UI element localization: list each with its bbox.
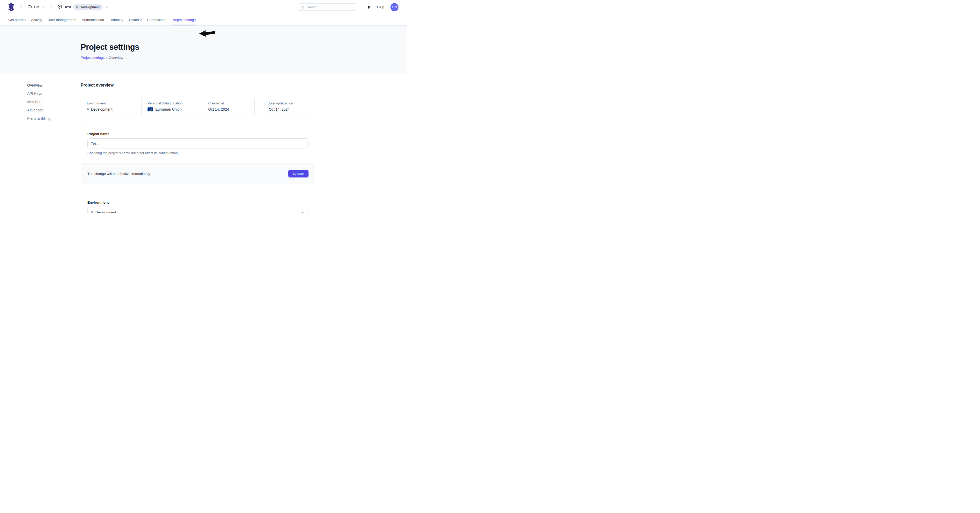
- folder-icon: [27, 5, 32, 10]
- project-name-input[interactable]: [88, 138, 309, 148]
- search-icon: [301, 5, 304, 9]
- environment-badge: Development: [73, 4, 103, 10]
- status-dot-icon: [91, 211, 93, 213]
- sidebar-item-members[interactable]: Members: [27, 100, 51, 104]
- header-divider: [362, 4, 362, 10]
- page-title: Project settings: [81, 43, 407, 52]
- status-dot-icon: [76, 6, 78, 8]
- page-header: Project settings Project settings / Over…: [0, 25, 407, 73]
- breadcrumb-separator: /: [20, 5, 22, 10]
- update-button[interactable]: Update: [288, 170, 309, 178]
- environment-label: Environment: [88, 200, 309, 205]
- sidebar-item-advanced[interactable]: Advanced: [27, 108, 51, 113]
- tab-label: Get started: [8, 18, 25, 22]
- info-card-label: Personal Data Location: [148, 101, 188, 105]
- tab-user-management[interactable]: User management: [48, 14, 77, 25]
- project-name: Test: [64, 5, 71, 9]
- sidebar-item-overview[interactable]: Overview: [27, 83, 51, 87]
- tab-oauth-2[interactable]: OAuth 2: [129, 14, 142, 25]
- environment-card: Environment Development: [81, 193, 315, 213]
- info-card-value: Oct 14, 2024: [269, 107, 290, 111]
- help-link[interactable]: Help: [377, 5, 384, 9]
- tab-label: Activity: [31, 18, 42, 22]
- tab-permissions[interactable]: Permissions: [147, 14, 167, 25]
- top-bar: / CB / Test Development: [0, 0, 407, 14]
- tab-label: OAuth 2: [129, 18, 142, 22]
- chevron-down-icon: [41, 5, 45, 9]
- info-cards-row: Environment Development Personal Data Lo…: [81, 97, 315, 117]
- breadcrumb-separator: /: [50, 5, 52, 10]
- info-card-last-updated: Last updated on Oct 14, 2024: [262, 97, 315, 117]
- project-name-card: Project name Changing the project's name…: [81, 125, 315, 184]
- app-logo-icon[interactable]: [8, 3, 15, 11]
- info-card-label: Last updated on: [269, 101, 309, 105]
- info-card-label: Created at: [208, 101, 248, 105]
- footer-note: The change will be effective immediately: [88, 172, 150, 176]
- info-card-label: Environment: [87, 101, 127, 105]
- environment-select-value: Development: [95, 210, 116, 213]
- sidebar-item-plans-billing[interactable]: Plans & Billing: [27, 116, 51, 121]
- project-name-label: Project name: [88, 132, 309, 136]
- eu-flag-icon: [148, 107, 153, 111]
- breadcrumb-link-project-settings[interactable]: Project settings: [81, 56, 105, 60]
- org-switcher[interactable]: CB: [27, 5, 45, 10]
- section-title: Project overview: [81, 83, 113, 87]
- tab-label: Project settings: [172, 18, 196, 22]
- org-name: CB: [34, 5, 39, 9]
- sidebar-item-api-keys[interactable]: API Keys: [27, 91, 51, 96]
- info-card-value: Oct 14, 2024: [208, 107, 229, 111]
- chevron-down-icon: [105, 5, 108, 9]
- play-icon[interactable]: [368, 5, 371, 10]
- package-icon: [57, 5, 62, 10]
- tab-activity[interactable]: Activity: [31, 14, 43, 25]
- tab-label: User management: [48, 18, 76, 22]
- info-card-value: Development: [91, 107, 113, 111]
- tab-project-settings[interactable]: Project settings: [171, 14, 196, 25]
- user-avatar[interactable]: CN: [390, 3, 398, 11]
- tab-authentication[interactable]: Authentication: [82, 14, 105, 25]
- tab-get-started[interactable]: Get started: [8, 14, 26, 25]
- main-nav: Get started Activity User management Aut…: [0, 14, 407, 25]
- project-name-helper-text: Changing the project's name does not aff…: [88, 151, 309, 155]
- info-card-created-at: Created at Oct 14, 2024: [202, 97, 255, 117]
- tab-branding[interactable]: Branding: [109, 14, 124, 25]
- breadcrumb: Project settings / Overview: [81, 56, 407, 60]
- environment-select[interactable]: Development: [88, 207, 309, 213]
- tab-label: Branding: [110, 18, 123, 22]
- chevron-down-icon: [301, 210, 305, 213]
- search-input[interactable]: [307, 5, 355, 9]
- status-dot-icon: [87, 108, 89, 110]
- info-card-environment: Environment Development: [81, 97, 133, 117]
- content-area: Overview API Keys Members Advanced Plans…: [0, 73, 407, 213]
- project-name-card-footer: The change will be effective immediately…: [81, 163, 315, 184]
- project-switcher[interactable]: Test Development: [57, 4, 108, 10]
- breadcrumb-current: Overview: [109, 56, 123, 60]
- tab-label: Authentication: [82, 18, 104, 22]
- search-box[interactable]: [298, 3, 357, 11]
- info-card-personal-data-location: Personal Data Location European Union: [141, 97, 194, 117]
- settings-sidebar: Overview API Keys Members Advanced Plans…: [27, 83, 51, 121]
- tab-label: Permissions: [147, 18, 167, 22]
- environment-badge-label: Development: [80, 5, 100, 9]
- breadcrumb-separator: /: [106, 56, 107, 60]
- info-card-value: European Union: [155, 107, 181, 111]
